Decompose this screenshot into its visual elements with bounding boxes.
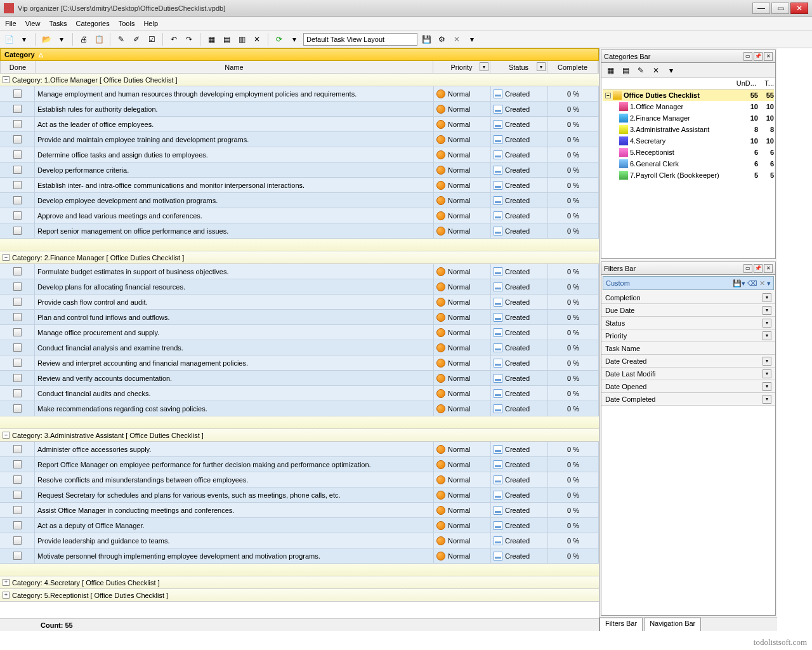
col-name[interactable]: Name [36,61,433,73]
checkbox[interactable] [13,166,22,174]
tree-node[interactable]: 6.General Clerk66 [603,158,774,169]
col-priority[interactable]: Priority▾ [433,61,490,73]
checkbox[interactable] [13,120,22,128]
dropdown-icon[interactable]: ▾ [763,382,771,391]
task-row[interactable]: Administer office accessories supply.Nor… [0,442,599,457]
filter-row[interactable]: Date Completed▾ [601,393,775,406]
group-row[interactable]: −Category: 1.Office Manager [ Office Dut… [0,74,599,86]
expand-icon[interactable]: ▦ [604,64,617,77]
pin-icon[interactable]: 📌 [754,52,763,61]
checkbox[interactable] [13,282,22,291]
filter-row[interactable]: Completion▾ [601,291,775,304]
dropdown-icon[interactable]: ▾ [763,293,771,302]
checkbox[interactable] [13,445,22,453]
new-icon[interactable]: 📄 [3,33,15,46]
menu-categories[interactable]: Categories [76,20,110,27]
task-icon[interactable]: ☑ [145,33,158,46]
save-layout-icon[interactable]: 💾 [420,33,433,46]
dropdown-icon[interactable]: ▾ [763,369,771,378]
filter-row[interactable]: Date Opened▾ [601,380,775,393]
task-row[interactable]: Resolve conflicts and misunderstandings … [0,472,599,488]
menu-view[interactable]: View [25,20,41,27]
restore-icon[interactable]: ▭ [743,264,752,273]
delete-filter-icon[interactable]: ✕ [759,279,765,288]
tree-node[interactable]: 7.Payroll Clerk (Bookkeeper)55 [603,169,774,181]
dropdown-icon[interactable]: ▾ [288,33,301,46]
dropdown-icon[interactable]: ▾ [763,331,771,340]
checkbox[interactable] [13,267,22,275]
tab-filters-bar[interactable]: Filters Bar [599,618,643,631]
edit-icon[interactable]: ✎ [115,33,128,46]
tree-node[interactable]: 2.Finance Manager1010 [603,112,774,124]
task-row[interactable]: Act as the leader of office employees.No… [0,117,599,132]
task-row[interactable]: Establish rules for authority delegation… [0,102,599,117]
checkbox[interactable] [13,552,22,560]
task-row[interactable]: Provide cash flow control and audit.Norm… [0,295,599,310]
cat3-icon[interactable]: ▥ [235,33,248,46]
save-filter-icon[interactable]: 💾▾ [733,279,745,288]
task-row[interactable]: Review and verify accounts documentation… [0,371,599,386]
task-row[interactable]: Provide leadership and guidance to teams… [0,533,599,548]
filter-row[interactable]: Due Date▾ [601,304,775,317]
task-row[interactable]: Develop employee development and motivat… [0,193,599,208]
task-row[interactable]: Manage office procurement and supply.Nor… [0,325,599,340]
checkbox[interactable] [13,227,22,235]
group-row[interactable]: −Category: 3.Administrative Assistant [ … [0,429,599,442]
collapse-icon[interactable]: − [3,76,10,83]
task-row[interactable]: Motivate personnel through implementing … [0,548,599,564]
checkbox[interactable] [13,491,22,499]
filter-row[interactable]: Date Created▾ [601,355,775,368]
task-row[interactable]: Make recommendations regarding cost savi… [0,401,599,416]
filter-row[interactable]: Date Last Modifi▾ [601,368,775,380]
checkbox[interactable] [13,90,22,98]
checkbox[interactable] [13,506,22,514]
checkbox[interactable] [13,150,22,159]
task-row[interactable]: Report senior management on office perfo… [0,223,599,239]
cat-icon[interactable]: ▦ [205,33,218,46]
checkbox[interactable] [13,343,22,352]
task-row[interactable]: Conduct financial analysis and examine t… [0,340,599,355]
menu-tasks[interactable]: Tasks [49,20,67,27]
delete-icon[interactable]: ✕ [251,33,263,46]
delete-layout-icon[interactable]: ✕ [450,33,463,46]
edit-cat-icon[interactable]: ✎ [634,64,647,77]
gear-icon[interactable]: ⚙ [435,33,448,46]
layout-select[interactable]: Default Task View Layout [303,33,417,46]
task-row[interactable]: Develop performance criteria.NormalCreat… [0,162,599,178]
tree-node[interactable]: 3.Administrative Assistant88 [603,124,774,135]
dropdown-icon[interactable]: ▾ [55,33,68,46]
checkbox[interactable] [13,135,22,143]
group-header[interactable]: Category△ [0,48,599,61]
dropdown-icon[interactable]: ▾ [763,306,771,315]
task-row[interactable]: Plan and control fund inflows and outflo… [0,310,599,325]
menu-file[interactable]: File [5,20,16,27]
task-row[interactable]: Establish inter- and intra-office commun… [0,178,599,193]
checkbox[interactable] [13,404,22,413]
task-row[interactable]: Act as a deputy of Office Manager.Normal… [0,518,599,533]
checkbox[interactable] [13,374,22,382]
checkbox[interactable] [13,105,22,113]
checkbox[interactable] [13,521,22,529]
filter-button[interactable]: ▾ [480,62,488,71]
delete-cat-icon[interactable]: ✕ [650,64,662,77]
filter-preset[interactable]: Custom 💾▾ ⌫ ✕ ▾ [603,276,774,290]
checkbox[interactable] [13,460,22,468]
filter-row[interactable]: Status▾ [601,317,775,329]
dropdown-icon[interactable]: ▾ [763,319,771,328]
task-row[interactable]: Assist Office Manager in conducting meet… [0,503,599,518]
minimize-button[interactable]: — [752,3,770,14]
collapse-icon[interactable]: ▤ [619,64,632,77]
checkbox[interactable] [13,181,22,189]
collapse-icon[interactable]: − [605,93,611,98]
clear-filter-icon[interactable]: ⌫ [747,279,757,288]
redo-icon[interactable]: ↷ [183,33,195,46]
tree-node[interactable]: 1.Office Manager1010 [603,101,774,112]
task-row[interactable]: Approve and lead various meetings and co… [0,208,599,223]
open-icon[interactable]: 📂 [40,33,53,46]
maximize-button[interactable]: ▭ [771,3,789,14]
group-row[interactable]: −Category: 2.Finance Manager [ Office Du… [0,251,599,264]
dropdown-icon[interactable]: ▾ [466,33,478,46]
checkbox[interactable] [13,475,22,484]
menu-help[interactable]: Help [143,20,158,27]
checkbox[interactable] [13,313,22,321]
